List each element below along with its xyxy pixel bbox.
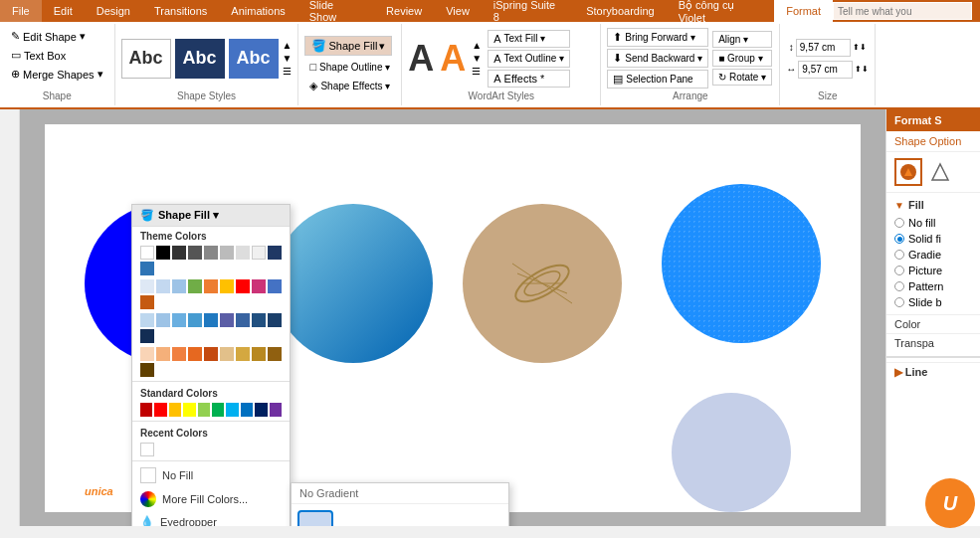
text-box-button[interactable]: ▭ Text Box [6, 47, 71, 64]
tab-design[interactable]: Design [85, 0, 142, 22]
shape-styles-less[interactable]: ▼ [283, 53, 293, 64]
tc-40[interactable] [140, 363, 154, 377]
tab-format[interactable]: Format [774, 0, 833, 22]
no-fill-item[interactable]: No Fill [132, 463, 290, 487]
tc-11[interactable] [140, 279, 154, 293]
sc-9[interactable] [255, 403, 267, 417]
edit-shape-button[interactable]: ✎ Edit Shape ▾ [6, 28, 91, 45]
tc-27[interactable] [236, 313, 250, 327]
gradient-radio[interactable]: Gradie [894, 249, 972, 261]
wordart-more[interactable]: ▲ [472, 40, 482, 51]
tc-18[interactable] [252, 279, 266, 293]
theme-color-4[interactable] [188, 246, 202, 260]
tc-22[interactable] [156, 313, 170, 327]
group-button[interactable]: ■ Group ▾ [712, 50, 772, 67]
shape-style-3[interactable]: Abc [229, 39, 279, 79]
sc-4[interactable] [183, 403, 195, 417]
merge-arrow[interactable]: ▾ [98, 68, 103, 81]
text-fill-button[interactable]: A Text Fill ▾ [488, 30, 570, 48]
tc-31[interactable] [140, 347, 154, 361]
tab-transitions[interactable]: Transitions [142, 0, 219, 22]
circle-pattern[interactable] [662, 184, 821, 343]
tc-28[interactable] [252, 313, 266, 327]
gradient-no-gradient[interactable] [297, 510, 333, 526]
text-outline-button[interactable]: A Text Outline ▾ [488, 50, 570, 68]
sc-8[interactable] [241, 403, 253, 417]
more-colors-item[interactable]: More Fill Colors... [132, 487, 290, 511]
line-link[interactable]: ▶ Line [886, 362, 980, 382]
tc-26[interactable] [220, 313, 234, 327]
bring-forward-button[interactable]: ⬆ Bring Forward ▾ [607, 28, 708, 47]
tc-32[interactable] [156, 347, 170, 361]
theme-color-9[interactable] [268, 246, 282, 260]
shape-style-2[interactable]: Abc [175, 39, 225, 79]
tc-34[interactable] [188, 347, 202, 361]
width-input[interactable] [798, 61, 853, 79]
tc-14[interactable] [188, 279, 202, 293]
tc-25[interactable] [204, 313, 218, 327]
tc-37[interactable] [236, 347, 250, 361]
tc-16[interactable] [220, 279, 234, 293]
rotate-button[interactable]: ↻ Rotate ▾ [712, 69, 772, 86]
theme-color-6[interactable] [220, 246, 234, 260]
tc-15[interactable] [204, 279, 218, 293]
align-button[interactable]: Align ▾ [712, 31, 772, 48]
shape-outline-button[interactable]: □ Shape Outline ▾ [304, 59, 395, 75]
color-link[interactable]: Color [886, 314, 980, 333]
tc-36[interactable] [220, 347, 234, 361]
theme-color-1[interactable] [140, 246, 154, 260]
theme-color-3[interactable] [172, 246, 186, 260]
tab-edit[interactable]: Edit [42, 0, 85, 22]
selection-pane-button[interactable]: ▤ Selection Pane [607, 70, 708, 89]
pattern-radio[interactable]: Pattern [894, 280, 972, 292]
tc-21[interactable] [140, 313, 154, 327]
theme-color-5[interactable] [204, 246, 218, 260]
tc-35[interactable] [204, 347, 218, 361]
tc-13[interactable] [172, 279, 186, 293]
tab-view[interactable]: View [434, 0, 482, 22]
shape-styles-more[interactable]: ▲ [283, 40, 293, 51]
shape-effects-button[interactable]: ◈ Shape Effects ▾ [304, 78, 395, 94]
theme-color-10[interactable] [140, 262, 154, 275]
theme-color-8[interactable] [252, 246, 266, 260]
sc-2[interactable] [154, 403, 166, 417]
shape-fill-arrow[interactable]: ▾ [379, 40, 385, 53]
recent-color-1[interactable] [140, 443, 154, 456]
theme-color-2[interactable] [156, 246, 170, 260]
eyedropper-item[interactable]: 💧 Eyedropper [132, 511, 290, 526]
shape-styles-expand[interactable]: ☰ [283, 66, 293, 77]
circle-gradient[interactable] [274, 204, 433, 363]
wordart-expand[interactable]: ☰ [472, 66, 482, 77]
tc-23[interactable] [172, 313, 186, 327]
sc-1[interactable] [140, 403, 152, 417]
tc-29[interactable] [268, 313, 282, 327]
tab-storyboarding[interactable]: Storyboarding [574, 0, 667, 22]
sc-5[interactable] [198, 403, 210, 417]
tab-slideshow[interactable]: Slide Show [297, 0, 374, 22]
sc-10[interactable] [270, 403, 282, 417]
fill-effects-icon-btn[interactable] [894, 158, 922, 186]
fill-expand-arrow[interactable]: ▼ [894, 200, 904, 211]
tab-ispring[interactable]: iSpring Suite 8 [482, 0, 574, 22]
shape-style-1[interactable]: Abc [121, 39, 171, 79]
tc-19[interactable] [268, 279, 282, 293]
solid-fill-radio[interactable]: Solid fi [894, 233, 972, 245]
height-input[interactable] [796, 39, 851, 57]
tab-bocongcu[interactable]: Bộ công cụ Violet [667, 0, 774, 22]
tab-file[interactable]: File [0, 0, 42, 22]
tc-12[interactable] [156, 279, 170, 293]
tc-33[interactable] [172, 347, 186, 361]
tc-30[interactable] [140, 329, 154, 343]
tc-24[interactable] [188, 313, 202, 327]
help-input[interactable] [833, 2, 972, 20]
width-spin[interactable]: ⬆⬇ [855, 65, 869, 74]
shape-fill-button[interactable]: 🪣 Shape Fill ▾ [304, 36, 392, 56]
shape-icon-btn[interactable] [926, 158, 954, 186]
tc-39[interactable] [268, 347, 282, 361]
circle-light[interactable] [672, 393, 791, 512]
slidebg-radio[interactable]: Slide b [894, 296, 972, 308]
tc-17[interactable] [236, 279, 250, 293]
transparency-link[interactable]: Transpa [886, 333, 980, 352]
tc-38[interactable] [252, 347, 266, 361]
sc-3[interactable] [169, 403, 181, 417]
